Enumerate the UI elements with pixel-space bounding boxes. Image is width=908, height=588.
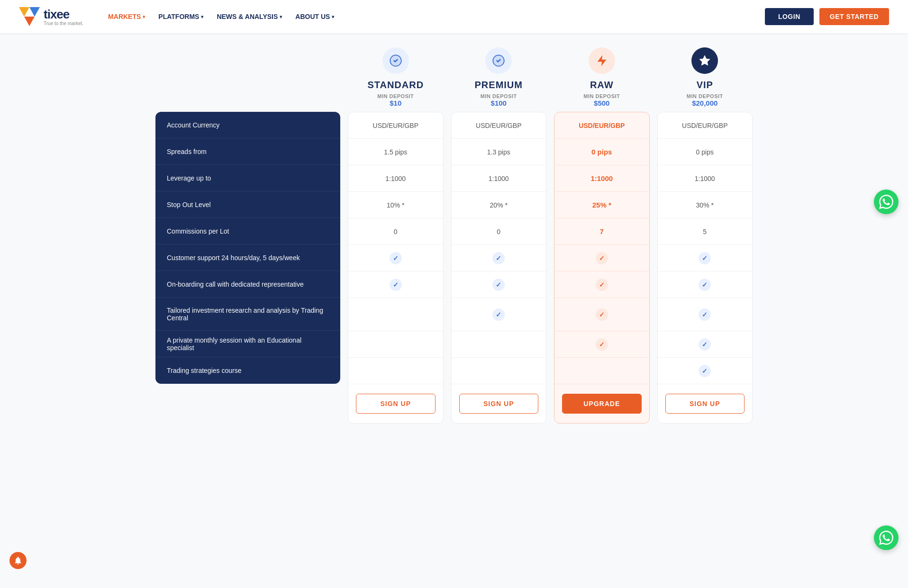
raw-commissions: 7	[554, 218, 649, 245]
svg-marker-1	[29, 7, 40, 17]
plan-header-vip: VIP MIN DEPOSIT $20,000	[657, 47, 753, 112]
standard-deposit-value: $10	[390, 99, 401, 107]
check-icon: ✓	[699, 252, 711, 264]
premium-plan-name: PREMIUM	[475, 80, 523, 90]
check-icon: ✓	[492, 308, 505, 321]
plans-header-empty	[155, 47, 340, 112]
vip-onboarding: ✓	[658, 271, 753, 298]
raw-strategies	[554, 358, 649, 384]
standard-plan-name: STANDARD	[367, 80, 424, 90]
login-button[interactable]: LOGIN	[765, 8, 814, 25]
feature-leverage: Leverage up to	[155, 165, 340, 191]
premium-signup-button[interactable]: SIGN UP	[459, 394, 539, 414]
chevron-down-icon: ▾	[280, 14, 282, 19]
standard-private-session	[348, 331, 443, 358]
premium-column: USD/EUR/GBP 1.3 pips 1:1000 20% * 0 ✓ ✓ …	[451, 112, 547, 424]
standard-signup-button[interactable]: SIGN UP	[356, 394, 436, 414]
check-icon: ✓	[390, 252, 402, 264]
svg-marker-5	[597, 55, 606, 66]
header-actions: LOGIN GET STARTED	[765, 8, 889, 25]
standard-spreads: 1.5 pips	[348, 139, 443, 165]
nav-platforms[interactable]: PLATFORMS ▾	[153, 9, 209, 24]
feature-strategies: Trading strategies course	[155, 357, 340, 384]
raw-upgrade-button[interactable]: UPGRADE	[562, 394, 642, 414]
get-started-button[interactable]: GET STARTED	[819, 8, 889, 25]
standard-support: ✓	[348, 245, 443, 271]
feature-labels-column: Account Currency Spreads from Leverage u…	[155, 112, 340, 384]
raw-deposit-value: $500	[594, 99, 609, 107]
premium-leverage: 1:1000	[452, 165, 546, 192]
check-icon: ✓	[699, 365, 711, 377]
raw-deposit-label: MIN DEPOSIT	[583, 93, 620, 99]
header: tixee True to the market. MARKETS ▾ PLAT…	[0, 0, 908, 33]
raw-plan-name: RAW	[590, 80, 614, 90]
logo-icon	[19, 7, 40, 26]
vip-icon	[691, 47, 718, 74]
premium-onboarding: ✓	[452, 271, 546, 298]
vip-support: ✓	[658, 245, 753, 271]
raw-icon	[589, 47, 615, 74]
plan-header-raw: RAW MIN DEPOSIT $500	[554, 47, 650, 112]
check-icon: ✓	[390, 279, 402, 291]
raw-signup-cell: UPGRADE	[554, 384, 649, 423]
premium-strategies	[452, 358, 546, 384]
vip-signup-button[interactable]: SIGN UP	[665, 394, 745, 414]
whatsapp-icon	[879, 195, 893, 209]
premium-icon	[485, 47, 512, 74]
chevron-down-icon: ▾	[143, 14, 145, 19]
vip-currency: USD/EUR/GBP	[658, 112, 753, 139]
check-icon: ✓	[699, 279, 711, 291]
feature-spreads-from: Spreads from	[155, 138, 340, 165]
plan-header-premium: PREMIUM MIN DEPOSIT $100	[451, 47, 547, 112]
vip-commissions: 5	[658, 218, 753, 245]
logo-text: tixee True to the market.	[44, 7, 83, 26]
whatsapp-button-top[interactable]	[874, 190, 899, 214]
nav-about-us[interactable]: ABOUT US ▾	[290, 9, 340, 24]
vip-signup-cell: SIGN UP	[658, 384, 753, 423]
chevron-down-icon: ▾	[201, 14, 203, 19]
feature-support: Customer support 24 hours/day, 5 days/we…	[155, 244, 340, 271]
verified-icon	[389, 54, 402, 67]
nav-news-analysis[interactable]: NEWS & ANALYSIS ▾	[211, 9, 288, 24]
svg-marker-2	[24, 17, 35, 26]
logo[interactable]: tixee True to the market.	[19, 7, 83, 26]
svg-marker-6	[699, 55, 710, 65]
standard-column: USD/EUR/GBP 1.5 pips 1:1000 10% * 0 ✓ ✓	[348, 112, 444, 424]
raw-onboarding: ✓	[554, 271, 649, 298]
raw-leverage: 1:1000	[554, 165, 649, 192]
standard-currency: USD/EUR/GBP	[348, 112, 443, 139]
vip-trading-central: ✓	[658, 298, 753, 331]
standard-commissions: 0	[348, 218, 443, 245]
premium-stop-out: 20% *	[452, 192, 546, 218]
plans-header: STANDARD MIN DEPOSIT $10 PREMIUM MIN DEP…	[155, 47, 753, 112]
premium-currency: USD/EUR/GBP	[452, 112, 546, 139]
check-icon: ✓	[492, 279, 505, 291]
vip-deposit-value: $20,000	[692, 99, 717, 107]
main-content: STANDARD MIN DEPOSIT $10 PREMIUM MIN DEP…	[136, 33, 772, 452]
vip-deposit-label: MIN DEPOSIT	[687, 93, 723, 99]
vip-stop-out: 30% *	[658, 192, 753, 218]
check-icon: ✓	[596, 252, 608, 264]
vip-column: USD/EUR/GBP 0 pips 1:1000 30% * 5 ✓ ✓ ✓	[657, 112, 753, 424]
feature-stop-out: Stop Out Level	[155, 191, 340, 218]
check-icon: ✓	[596, 308, 608, 321]
raw-support: ✓	[554, 245, 649, 271]
lightning-icon	[595, 54, 608, 67]
standard-signup-cell: SIGN UP	[348, 384, 443, 423]
check-icon: ✓	[699, 338, 711, 351]
premium-verified-icon	[492, 54, 505, 67]
star-icon	[698, 54, 711, 67]
standard-deposit-label: MIN DEPOSIT	[377, 93, 414, 99]
premium-deposit-value: $100	[491, 99, 507, 107]
premium-support: ✓	[452, 245, 546, 271]
chevron-down-icon: ▾	[332, 14, 334, 19]
standard-onboarding: ✓	[348, 271, 443, 298]
check-icon: ✓	[596, 279, 608, 291]
premium-commissions: 0	[452, 218, 546, 245]
raw-currency: USD/EUR/GBP	[554, 112, 649, 139]
logo-name: tixee	[44, 7, 83, 22]
vip-plan-name: VIP	[697, 80, 713, 90]
feature-account-currency: Account Currency	[155, 112, 340, 138]
raw-column: USD/EUR/GBP 0 pips 1:1000 25% * 7 ✓ ✓ ✓	[554, 112, 650, 424]
nav-markets[interactable]: MARKETS ▾	[102, 9, 151, 24]
